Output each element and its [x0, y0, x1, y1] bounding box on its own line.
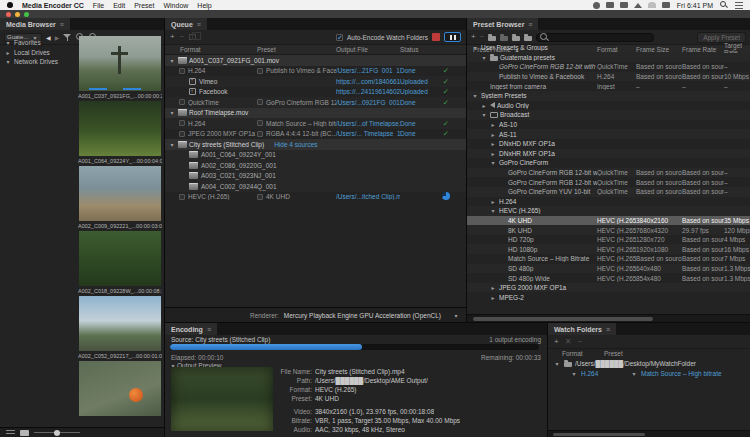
stop-queue-button[interactable]: [432, 33, 440, 41]
preset-group-row[interactable]: ▾Guatemala presets: [467, 53, 750, 63]
preset-group-row[interactable]: ▸DNxHD MXF OP1a: [467, 139, 750, 149]
preset-group-row[interactable]: ▾User Presets & Groups: [467, 43, 750, 53]
pause-queue-button[interactable]: [444, 32, 461, 42]
output-preset-cell[interactable]: Publish to Vimeo & Face...: [257, 67, 336, 74]
output-file-link[interactable]: /Users/... Timelapse_1.mxf: [336, 130, 400, 137]
chevron-down-icon[interactable]: ▾: [570, 370, 578, 377]
preset-row[interactable]: Match Source – High BitrateHEVC (H.265)B…: [467, 254, 750, 264]
preset-group-row[interactable]: ▸MPEG-2: [467, 292, 750, 302]
tab-media-browser[interactable]: Media Browser ≡: [0, 18, 70, 30]
queue-source-row[interactable]: ▾A001_C037_0921FG_001.mov: [165, 55, 466, 66]
preset-settings-icon[interactable]: [500, 36, 508, 41]
new-group-icon[interactable]: [488, 36, 496, 41]
column-format[interactable]: Format: [548, 350, 604, 357]
chevron-down-icon[interactable]: ▾: [4, 58, 12, 65]
output-file-link[interactable]: /Users/...21FG_001_1.mp4: [336, 67, 400, 74]
queue-output-row[interactable]: Vimeohttps://...com/184066142Uploaded✓: [165, 76, 466, 87]
queue-output-row[interactable]: JPEG 2000 MXF OP1aRGBA 4:4:4 12-bit (BC.…: [165, 129, 466, 140]
wifi-icon[interactable]: [648, 2, 656, 8]
remove-item-icon[interactable]: −: [180, 33, 185, 41]
preset-row[interactable]: Publish to Vimeo & FacebookH.264Based on…: [467, 72, 750, 82]
panel-menu-icon[interactable]: ≡: [606, 326, 610, 333]
queue-output-row[interactable]: H.264Publish to Vimeo & Face.../Users/..…: [165, 66, 466, 77]
chevron-down-icon[interactable]: ▾: [630, 370, 638, 377]
preset-group-row[interactable]: ▸DNxHR MXF OP1a: [467, 149, 750, 159]
duplicate-item-icon[interactable]: [189, 34, 196, 40]
output-format-cell[interactable]: HEVC (H.265): [165, 193, 257, 200]
format-toggle-icon[interactable]: [179, 68, 185, 74]
chevron-right-icon[interactable]: ▸: [489, 294, 497, 301]
menu-edit[interactable]: Edit: [113, 2, 125, 9]
output-file-link[interactable]: https://...com/184066142: [336, 78, 400, 85]
watch-folder-format-select[interactable]: H.264: [581, 370, 627, 377]
zoom-window-button[interactable]: [24, 12, 29, 17]
output-format-cell[interactable]: H.264: [165, 120, 257, 127]
media-thumbnail[interactable]: A001_C037_0921FG_...00:00:00:20: [78, 36, 162, 101]
output-file-link[interactable]: /Users/...itched Clip).mp4: [336, 193, 400, 200]
media-thumbnail[interactable]: A002_C009_092221_...00:00:03:04: [78, 166, 162, 231]
renderer-select[interactable]: Mercury Playback Engine GPU Acceleration…: [284, 312, 441, 319]
menu-window[interactable]: Window: [163, 2, 188, 9]
preset-group-row[interactable]: ▸JPEG 2000 MXF OP1a: [467, 283, 750, 293]
output-preset-cell[interactable]: 4K UHD: [257, 193, 336, 200]
media-thumbnail[interactable]: A002_C052_092217_...00:00:01:04: [78, 296, 162, 361]
chevron-down-icon[interactable]: ▾: [471, 92, 479, 99]
chevron-right-icon[interactable]: ▸: [489, 121, 497, 128]
menu-help[interactable]: Help: [197, 2, 211, 9]
preset-group-row[interactable]: ▾Broadcast: [467, 110, 750, 120]
queue-output-row[interactable]: Facebookhttps://...24119614602283Uploade…: [165, 87, 466, 98]
panel-menu-icon[interactable]: ≡: [197, 21, 201, 28]
preset-group-row[interactable]: ▾GoPro CineForm: [467, 158, 750, 168]
preset-row[interactable]: Ingest from cameraIngest–––: [467, 81, 750, 91]
column-preset[interactable]: Preset: [257, 46, 336, 53]
chevron-down-icon[interactable]: ▾: [4, 39, 12, 46]
column-format[interactable]: Format: [165, 46, 257, 53]
close-window-button[interactable]: [6, 12, 11, 17]
chevron-right-icon[interactable]: ▸: [489, 198, 497, 205]
output-file-link[interactable]: /Users/...of Timelapse.mp4: [336, 120, 400, 127]
preset-row[interactable]: GoPro CineForm RGB 12-bit with alpha (Al…: [467, 62, 750, 72]
keyboard-brightness-icon[interactable]: [593, 2, 600, 9]
output-format-cell[interactable]: Vimeo: [165, 78, 257, 85]
chevron-right-icon[interactable]: ▸: [489, 140, 497, 147]
preset-toggle-icon[interactable]: [257, 68, 263, 74]
menu-preset[interactable]: Preset: [134, 2, 154, 9]
chevron-down-icon[interactable]: ▾: [480, 111, 488, 118]
column-output-file[interactable]: Output File: [336, 46, 400, 53]
apply-preset-button[interactable]: Apply Preset: [697, 32, 746, 43]
tree-item-local-drives[interactable]: ▸Local Drives: [4, 48, 76, 58]
preset-row[interactable]: SD 480p WideHEVC (H.265)854x480Based on …: [467, 273, 750, 283]
preset-row[interactable]: HD 1080pHEVC (H.265)1920x1080Based on so…: [467, 244, 750, 254]
apple-menu-icon[interactable]: [7, 2, 13, 8]
output-file-link[interactable]: /Users/...0921FG_001.mov: [336, 99, 400, 106]
chevron-right-icon[interactable]: ▸: [480, 102, 488, 109]
preset-group-row[interactable]: ▾HEVC (H.265): [467, 206, 750, 216]
queue-output-row[interactable]: H.264Match Source – High bitr.../Users/.…: [165, 118, 466, 129]
watch-folder-row[interactable]: ▾ /Users/██████/Desktop/MyWatchFolder: [548, 358, 750, 369]
export-preset-icon[interactable]: [524, 36, 532, 41]
output-format-cell[interactable]: QuickTime: [165, 99, 257, 106]
output-preset-cell[interactable]: Match Source – High bitr...: [257, 120, 336, 127]
panel-menu-icon[interactable]: ≡: [60, 21, 64, 28]
spotlight-icon[interactable]: [720, 1, 728, 9]
output-format-cell[interactable]: Facebook: [165, 88, 257, 95]
chevron-right-icon[interactable]: ▸: [4, 49, 12, 56]
auto-encode-checkbox[interactable]: ✓: [336, 34, 343, 41]
import-preset-icon[interactable]: [512, 36, 520, 41]
display-mirroring-icon[interactable]: [620, 2, 628, 8]
chevron-down-icon[interactable]: ▾: [489, 207, 497, 214]
queue-output-row[interactable]: HEVC (H.265)4K UHD/Users/...itched Clip)…: [165, 192, 466, 203]
panel-menu-icon[interactable]: ≡: [528, 21, 532, 28]
media-thumbnail[interactable]: [78, 361, 162, 416]
chevron-down-icon[interactable]: ▾: [168, 141, 176, 148]
list-view-icon[interactable]: [6, 430, 15, 436]
preset-row[interactable]: 8K UHDHEVC (H.265)7680x432029.97 fps120 …: [467, 225, 750, 235]
chevron-right-icon[interactable]: ▸: [489, 284, 497, 291]
chevron-right-icon[interactable]: ▸: [489, 150, 497, 157]
format-toggle-icon[interactable]: [179, 131, 185, 137]
preset-toggle-icon[interactable]: [257, 99, 263, 105]
watch-folder-preset-select[interactable]: Match Source – High bitrate: [641, 370, 722, 377]
preset-group-row[interactable]: ▸AS-10: [467, 120, 750, 130]
chevron-down-icon[interactable]: ▾: [480, 54, 488, 61]
minimize-window-button[interactable]: [15, 12, 20, 17]
